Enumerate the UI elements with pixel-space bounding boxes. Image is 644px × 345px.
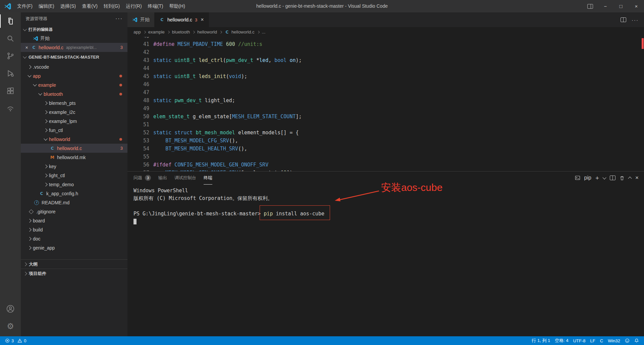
code-line: 49 — [127, 105, 644, 113]
line-number: 42 — [127, 48, 149, 56]
line-number: 41 — [127, 40, 149, 48]
explorer-icon[interactable] — [0, 12, 21, 30]
code-line: 57 MESH_MODEL_GEN_ONOFF_SRV(&g_elem_stat… — [127, 169, 644, 171]
breadcrumb: appexamplebluetoothhelloworldChelloworld… — [127, 27, 644, 37]
tree-item-temp-demo[interactable]: temp_demo — [21, 180, 127, 189]
open-editors-header[interactable]: 打开的编辑器 — [21, 25, 127, 34]
status-item[interactable]: LF — [588, 336, 598, 345]
editor-tab-helloworld-c[interactable]: Chelloworld.c3× — [155, 12, 209, 27]
tree-item-key[interactable]: key — [21, 162, 127, 171]
breadcrumb-item[interactable]: example — [148, 29, 165, 34]
tree-item-light-ctl[interactable]: light_ctl — [21, 171, 127, 180]
menu-item[interactable]: 查看(V) — [79, 0, 101, 12]
split-editor-icon[interactable] — [621, 17, 626, 22]
status-item[interactable]: C — [598, 336, 605, 345]
chevron-down-icon — [23, 27, 26, 31]
tree-item-example-i2c[interactable]: example_i2c — [21, 108, 127, 117]
menu-item[interactable]: 终端(T) — [145, 0, 166, 12]
terminal-output[interactable]: Windows PowerShell版权所有 (C) Microsoft Cor… — [127, 184, 644, 225]
close-editor-icon[interactable]: × — [24, 45, 29, 50]
editor-tab--[interactable]: 开始 — [127, 12, 155, 27]
code-line: 54 BT_MESH_MODEL_HEALTH_SRV(), — [127, 145, 644, 153]
panel-tab-输出[interactable]: 输出 — [158, 171, 167, 185]
tree-item-build[interactable]: build — [21, 225, 127, 234]
extensions-icon[interactable] — [0, 82, 21, 99]
breadcrumb-item[interactable]: ... — [262, 29, 266, 34]
bell-icon[interactable] — [632, 336, 641, 345]
source-control-icon[interactable] — [0, 47, 21, 65]
tree-item-helloworld-mk[interactable]: Mhelloworld.mk — [21, 153, 127, 162]
chevron-right-icon — [44, 101, 47, 105]
sidebar-section-项目组件[interactable]: 项目组件 — [21, 269, 127, 278]
open-editor-item[interactable]: 开始 — [21, 34, 127, 43]
tree-item-label: helloworld.mk — [57, 155, 86, 160]
menu-item[interactable]: 转到(G) — [101, 0, 123, 12]
kill-terminal-icon[interactable] — [620, 176, 625, 181]
panel-tab-终端[interactable]: 终端 — [204, 171, 212, 185]
status-item[interactable]: 空格: 4 — [552, 336, 571, 345]
breadcrumb-item[interactable]: bluetooth — [172, 29, 190, 34]
tree-item-doc[interactable]: doc — [21, 234, 127, 243]
close-button[interactable]: × — [629, 0, 644, 12]
code-line: 40 — [127, 37, 644, 40]
workspace-root-header[interactable]: GENIE-BT-MESH-STACK-MASTER — [21, 52, 127, 62]
tree-item-board[interactable]: board — [21, 216, 127, 225]
open-editor-label: helloworld.c — [39, 45, 63, 50]
terminal-shell-label[interactable]: pip — [584, 175, 591, 181]
split-terminal-icon[interactable] — [610, 176, 615, 180]
search-icon[interactable] — [0, 30, 21, 47]
panel-tab-调试控制台[interactable]: 调试控制台 — [174, 171, 196, 185]
sidebar-section-大纲[interactable]: 大纲 — [21, 259, 127, 269]
tree-item-fun-ctl[interactable]: fun_ctl — [21, 126, 127, 135]
c-file-icon: C — [39, 191, 44, 196]
tree-item-bluetooth[interactable]: bluetooth — [21, 89, 127, 98]
chevron-down-icon[interactable] — [602, 176, 606, 179]
menu-item[interactable]: 选择(S) — [57, 0, 79, 12]
status-item[interactable]: 行 1, 列 1 — [529, 336, 552, 345]
menu-item[interactable]: 运行(R) — [123, 0, 145, 12]
tree-item-blemesh-pts[interactable]: blemesh_pts — [21, 98, 127, 108]
terminal-cursor — [133, 219, 137, 224]
menu-item[interactable]: 文件(F) — [14, 0, 36, 12]
settings-gear-icon[interactable]: ⚙ — [0, 318, 21, 335]
breadcrumb-item[interactable]: app — [133, 29, 141, 34]
layout-icon[interactable] — [582, 0, 598, 12]
panel-tab-问题[interactable]: 问题3 — [133, 171, 151, 185]
tree-item-label: doc — [33, 236, 41, 242]
breadcrumb-item[interactable]: Chelloworld.c — [224, 29, 255, 34]
breadcrumb-item[interactable]: helloworld — [197, 29, 217, 34]
wireless-icon[interactable] — [0, 99, 21, 117]
feedback-icon[interactable] — [623, 336, 632, 345]
status-item[interactable]: UTF-8 — [571, 336, 588, 345]
sidebar-more-actions-icon[interactable]: ··· — [115, 16, 123, 22]
close-panel-icon[interactable]: × — [635, 175, 639, 181]
menu-item[interactable]: 帮助(H) — [166, 0, 188, 12]
tree-item-label: bluetooth — [44, 91, 63, 97]
problem-count-badge: 3 — [120, 45, 123, 50]
tree-item--vscode[interactable]: .vscode — [21, 62, 127, 71]
tree-item-helloworld-c[interactable]: Chelloworld.c3 — [21, 144, 127, 153]
vscode-logo-icon — [4, 3, 11, 10]
maximize-button[interactable]: □ — [613, 0, 629, 12]
open-editor-item[interactable]: ×Chelloworld.capp\example\bl...3 — [21, 43, 127, 52]
close-tab-icon[interactable]: × — [201, 17, 204, 23]
status-item[interactable]: Win32 — [605, 336, 623, 345]
tree-item-readme-md[interactable]: iREADME.md — [21, 198, 127, 207]
chevron-up-icon[interactable] — [628, 177, 632, 180]
menu-item[interactable]: 编辑(E) — [36, 0, 57, 12]
editor-more-actions-icon[interactable]: ··· — [632, 17, 639, 23]
minimize-button[interactable]: − — [598, 0, 613, 12]
tree-item-example-lpm[interactable]: example_lpm — [21, 117, 127, 126]
account-icon[interactable] — [0, 300, 21, 318]
new-terminal-icon[interactable]: + — [595, 175, 599, 181]
tree-item-k-app-config-h[interactable]: Ck_app_config.h — [21, 189, 127, 198]
tree-item-example[interactable]: example — [21, 80, 127, 89]
tree-item-genie-app[interactable]: genie_app — [21, 243, 127, 252]
problems-status[interactable]: 3 0 — [3, 336, 29, 345]
line-number: 53 — [127, 137, 149, 145]
code-editor[interactable]: 4041#define MESH_PBADV_TIME 600 //unit:s… — [127, 37, 644, 171]
tree-item--gitignore[interactable]: .gitignore — [21, 207, 127, 216]
tree-item-app[interactable]: app — [21, 71, 127, 80]
tree-item-helloworld[interactable]: helloworld — [21, 135, 127, 144]
run-debug-icon[interactable] — [0, 65, 21, 82]
